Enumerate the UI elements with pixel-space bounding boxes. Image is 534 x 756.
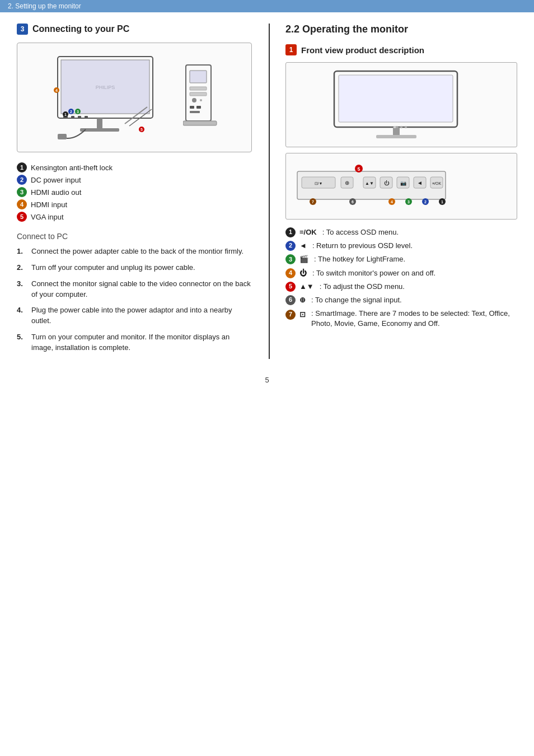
- port-num-3: 3: [17, 187, 27, 197]
- svg-rect-3: [80, 128, 119, 132]
- btn-desc-6: 6 ⊕ : To change the signal input.: [285, 295, 517, 305]
- svg-rect-25: [190, 92, 207, 96]
- btn-num-2: 2: [285, 241, 296, 251]
- port-label-5: VGA input: [31, 213, 64, 221]
- svg-text:▲▼: ▲▼: [365, 181, 374, 186]
- btn-icon-2: ◄: [299, 241, 307, 251]
- svg-point-37: [396, 126, 398, 128]
- btn-desc-3: 3 🎬 : The hotkey for LightFrame.: [285, 254, 517, 264]
- svg-rect-36: [394, 126, 396, 128]
- svg-text:1: 1: [441, 200, 443, 204]
- btn-num-1: 1: [285, 227, 296, 237]
- btn-num-5: 5: [285, 282, 296, 292]
- svg-point-26: [192, 98, 196, 102]
- btn-text-3: : The hotkey for LightFrame.: [314, 254, 405, 264]
- svg-text:5: 5: [357, 166, 360, 172]
- btn-desc-1: 1 ≡/OK : To access OSD menu.: [285, 227, 517, 237]
- step-num-3: 3.: [17, 279, 27, 300]
- svg-rect-6: [78, 116, 81, 119]
- btn-num-3: 3: [285, 254, 296, 264]
- svg-text:6: 6: [352, 200, 354, 204]
- svg-text:3: 3: [407, 200, 410, 204]
- left-section-heading: 3 Connecting to your PC: [17, 24, 252, 35]
- step-1: 1. Connect the power adapter cable to th…: [17, 246, 252, 257]
- step-text-3: Connect the monitor signal cable to the …: [31, 279, 252, 300]
- svg-rect-2: [97, 118, 102, 129]
- btn-icon-1: ≡/OK: [299, 227, 317, 237]
- main-content: 3 Connecting to your PC 1: [0, 24, 534, 359]
- port-label-3: HDMI audio out: [31, 188, 81, 197]
- svg-text:3: 3: [77, 110, 79, 114]
- button-desc-list: 1 ≡/OK : To access OSD menu. 2 ◄ : Retur…: [285, 227, 517, 329]
- step-3: 3. Connect the monitor signal cable to t…: [17, 279, 252, 300]
- svg-text:7: 7: [312, 200, 314, 204]
- left-section-title: Connecting to your PC: [32, 24, 129, 34]
- btn-icon-7: ⊡: [299, 310, 306, 320]
- btn-desc-4: 4 ⏻ : To switch monitor's power on and o…: [285, 268, 517, 278]
- header-text: 2. Setting up the monitor: [8, 2, 81, 10]
- svg-text:2: 2: [70, 110, 72, 114]
- svg-rect-28: [190, 106, 194, 109]
- svg-rect-24: [190, 87, 207, 90]
- step-num-5: 5.: [17, 332, 27, 353]
- step-num-2: 2.: [17, 263, 27, 273]
- control-panel-svg: 5 ≡/OK 1 ◄ 2 📷 3 ⏻: [292, 160, 460, 211]
- page-number: 5: [0, 376, 534, 384]
- btn-num-4: 4: [285, 268, 296, 278]
- btn-icon-4: ⏻: [299, 268, 307, 278]
- right-column: 2.2 Operating the monitor 1 Front view p…: [269, 24, 517, 359]
- steps-list: 1. Connect the power adapter cable to th…: [17, 246, 252, 353]
- port-num-2: 2: [17, 175, 27, 185]
- svg-point-27: [200, 99, 202, 101]
- port-label-1: Kensington anti-theft lock: [31, 164, 113, 172]
- svg-rect-16: [58, 134, 67, 139]
- port-label-4: HDMI input: [31, 200, 67, 209]
- svg-rect-29: [196, 106, 201, 109]
- right-sub-title: Front view product description: [301, 45, 424, 55]
- step-text-5: Turn on your computer and monitor. If th…: [31, 332, 252, 353]
- svg-text:PHILIPS: PHILIPS: [96, 85, 115, 90]
- step-4: 4. Plug the power cable into the power a…: [17, 305, 252, 326]
- right-sub-heading: 1 Front view product description: [285, 44, 517, 55]
- btn-icon-5: ▲▼: [299, 282, 314, 292]
- port-num-1: 1: [17, 162, 27, 172]
- svg-text:2: 2: [424, 200, 427, 204]
- front-view-box: [285, 62, 517, 147]
- svg-rect-33: [339, 75, 453, 122]
- left-section-num: 3: [17, 24, 28, 35]
- btn-desc-5: 5 ▲▼ : To adjust the OSD menu.: [285, 282, 517, 292]
- svg-text:≡/OK: ≡/OK: [432, 181, 441, 185]
- port-item-2: 2 DC power input: [17, 175, 252, 185]
- svg-text:4: 4: [55, 88, 58, 92]
- svg-rect-5: [71, 116, 74, 119]
- btn-text-4: : To switch monitor's power on and off.: [312, 268, 435, 278]
- svg-text:⏻: ⏻: [384, 180, 390, 186]
- btn-text-1: : To access OSD menu.: [322, 227, 399, 237]
- step-num-1: 1.: [17, 246, 27, 257]
- svg-rect-35: [376, 135, 416, 138]
- port-label-2: DC power input: [31, 176, 81, 184]
- btn-num-7: 7: [285, 310, 296, 320]
- front-view-svg: [329, 68, 474, 141]
- port-item-1: 1 Kensington anti-theft lock: [17, 162, 252, 172]
- svg-rect-31: [183, 121, 217, 125]
- svg-rect-23: [190, 71, 207, 83]
- svg-text:4: 4: [391, 200, 393, 204]
- btn-desc-2: 2 ◄ : Return to previous OSD level.: [285, 241, 517, 251]
- step-text-2: Turn off your computer and unplug its po…: [31, 263, 195, 273]
- btn-desc-7: 7 ⊡ : SmartImage. There are 7 modes to b…: [285, 309, 517, 329]
- right-section-title: 2.2 Operating the monitor: [285, 24, 517, 35]
- svg-text:⊕: ⊕: [345, 180, 349, 186]
- svg-rect-34: [393, 127, 400, 136]
- port-num-4: 4: [17, 199, 27, 209]
- btn-text-2: : Return to previous OSD level.: [312, 241, 413, 251]
- svg-text:5: 5: [140, 128, 143, 132]
- button-panel-box: 5 ≡/OK 1 ◄ 2 📷 3 ⏻: [285, 153, 517, 220]
- connection-diagram: 1 2 3 PHILIPS 4 5: [17, 43, 252, 152]
- port-item-3: 3 HDMI audio out: [17, 187, 252, 197]
- step-text-1: Connect the power adapter cable to the b…: [31, 246, 243, 257]
- left-column: 3 Connecting to your PC 1: [17, 24, 252, 359]
- btn-icon-3: 🎬: [299, 254, 308, 264]
- step-text-4: Plug the power cable into the power adap…: [31, 305, 252, 326]
- step-num-4: 4.: [17, 305, 27, 326]
